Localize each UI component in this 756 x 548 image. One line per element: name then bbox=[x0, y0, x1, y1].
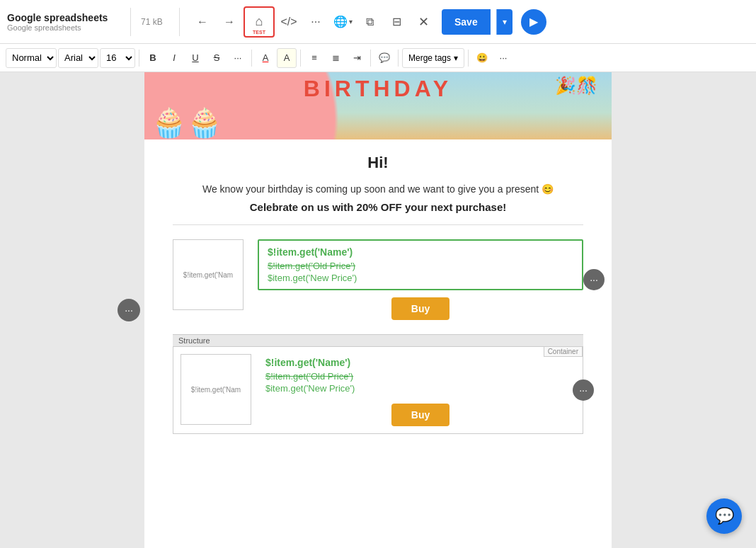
product-img-alt-2: $!item.get('Nam bbox=[191, 386, 241, 394]
app-title-block: Google spreadsheets Google spreadsheets bbox=[7, 12, 120, 32]
separator-1 bbox=[130, 8, 131, 36]
font-select[interactable]: Arial bbox=[58, 48, 98, 68]
structure-label-bar: Structure bbox=[173, 334, 583, 346]
email-greeting: Hi! bbox=[173, 154, 583, 172]
email-promo-text: Celebrate on us with 20% OFF your next p… bbox=[173, 201, 583, 213]
app-title: Google spreadsheets bbox=[7, 12, 120, 23]
format-divider-6 bbox=[468, 50, 469, 67]
format-divider-2 bbox=[251, 50, 252, 67]
chat-icon: 💬 bbox=[715, 507, 734, 525]
birthday-header-image: 🧁🧁 BIRTHDAY 🎉🎊 bbox=[144, 72, 612, 139]
test-button[interactable]: ⌂ TEST bbox=[244, 6, 275, 38]
email-body: Hi! We know your birthday is coming up s… bbox=[144, 139, 612, 455]
product-old-price-1: $!item.get('Old Price') bbox=[268, 261, 573, 271]
emoji-button[interactable]: 😀 bbox=[472, 48, 492, 68]
app-subtitle: Google spreadsheets bbox=[7, 23, 120, 32]
more-toolbar-button[interactable]: ··· bbox=[303, 9, 328, 35]
format-divider-3 bbox=[300, 50, 301, 67]
copy-button[interactable]: ⧉ bbox=[357, 9, 382, 35]
product-section-2: Container $!item.get('Nam $!item.get('Na… bbox=[173, 346, 583, 434]
toolbar-icons: ← → ⌂ TEST </> ··· 🌐 ▾ ⧉ ⊟ ✕ bbox=[190, 6, 436, 38]
list-button[interactable]: ≣ bbox=[326, 48, 345, 68]
birthday-image-inner: 🧁🧁 BIRTHDAY 🎉🎊 bbox=[144, 72, 612, 139]
divider-line bbox=[173, 224, 583, 225]
more-options-button-2[interactable]: ··· bbox=[573, 379, 594, 401]
product-image-2: $!item.get('Nam bbox=[181, 354, 251, 425]
code-button[interactable]: </> bbox=[276, 9, 302, 35]
candles-area: BIRTHDAY bbox=[304, 76, 452, 102]
globe-button[interactable]: 🌐 ▾ bbox=[330, 9, 355, 35]
format-divider-5 bbox=[398, 50, 399, 67]
product-new-price-2: $item.get('New Price') bbox=[265, 383, 575, 394]
product-info-box-1[interactable]: $!item.get('Name') $!item.get('Old Price… bbox=[258, 239, 583, 290]
more-format-button[interactable]: ··· bbox=[228, 48, 248, 68]
format-divider-1 bbox=[139, 50, 139, 67]
product-name-2: $!item.get('Name') bbox=[265, 357, 575, 368]
body-text-content: We know your birthday is coming up soon … bbox=[202, 183, 554, 195]
product-image-1: $!item.get('Nam bbox=[173, 239, 244, 310]
merge-tags-label: Merge tags bbox=[408, 53, 451, 63]
email-body-text: We know your birthday is coming up soon … bbox=[173, 182, 583, 197]
indent-button[interactable]: ⇥ bbox=[347, 48, 367, 68]
cupcake-icon: 🧁🧁 bbox=[151, 106, 222, 139]
buy-button-2[interactable]: Buy bbox=[391, 404, 449, 426]
bg-color-button[interactable]: A bbox=[277, 48, 297, 68]
test-label: TEST bbox=[253, 30, 265, 35]
product-new-price-1: $item.get('New Price') bbox=[268, 273, 573, 283]
undo-button[interactable]: ← bbox=[190, 9, 215, 35]
top-bar: Google spreadsheets Google spreadsheets … bbox=[0, 0, 756, 44]
container-label: Container bbox=[544, 346, 583, 357]
close-button[interactable]: ✕ bbox=[411, 9, 436, 35]
confetti-area: 🎉🎊 bbox=[555, 76, 597, 96]
template-button[interactable]: ⊟ bbox=[384, 9, 409, 35]
chat-button[interactable]: 💬 bbox=[706, 498, 742, 534]
separator-2 bbox=[179, 8, 180, 36]
save-button[interactable]: Save bbox=[442, 9, 491, 35]
merge-tags-dropdown-icon: ▾ bbox=[454, 53, 458, 63]
redo-button[interactable]: → bbox=[217, 9, 242, 35]
bold-button[interactable]: B bbox=[143, 48, 163, 68]
more-format-button-2[interactable]: ··· bbox=[493, 48, 513, 68]
format-divider-4 bbox=[370, 50, 371, 67]
file-size: 71 kB bbox=[141, 17, 169, 27]
email-canvas: 🧁🧁 BIRTHDAY 🎉🎊 Hi! We know your birthday… bbox=[144, 72, 612, 548]
merge-tags-button[interactable]: Merge tags ▾ bbox=[402, 48, 464, 68]
play-button[interactable]: ▶ bbox=[521, 9, 546, 35]
structure-label: Structure bbox=[178, 336, 210, 345]
save-dropdown-button[interactable]: ▾ bbox=[496, 9, 512, 35]
underline-button[interactable]: U bbox=[185, 48, 205, 68]
italic-button[interactable]: I bbox=[164, 48, 184, 68]
align-button[interactable]: ≡ bbox=[304, 48, 324, 68]
more-options-button-1[interactable]: ··· bbox=[583, 269, 605, 290]
buy-button-1[interactable]: Buy bbox=[391, 297, 449, 320]
product-name-1: $!item.get('Name') bbox=[268, 246, 573, 258]
comment-button[interactable]: 💬 bbox=[374, 48, 394, 68]
format-bar: Normal Arial 16 B I U S ··· A A ≡ ≣ ⇥ 💬 … bbox=[0, 44, 756, 72]
size-select[interactable]: 16 bbox=[100, 48, 135, 68]
structure-section: Structure Container $!item.get('Nam $!it… bbox=[173, 334, 583, 434]
product-section-1: $!item.get('Nam $!item.get('Name') $!ite… bbox=[173, 239, 583, 320]
left-float-button[interactable]: ··· bbox=[118, 299, 140, 321]
font-color-button[interactable]: A bbox=[256, 48, 275, 68]
main-area: 🧁🧁 BIRTHDAY 🎉🎊 Hi! We know your birthday… bbox=[0, 72, 756, 548]
product-img-alt-1: $!item.get('Nam bbox=[183, 271, 233, 279]
style-select[interactable]: Normal bbox=[6, 48, 57, 68]
strikethrough-button[interactable]: S bbox=[207, 48, 227, 68]
product-old-price-2: $!item.get('Old Price') bbox=[265, 371, 575, 382]
